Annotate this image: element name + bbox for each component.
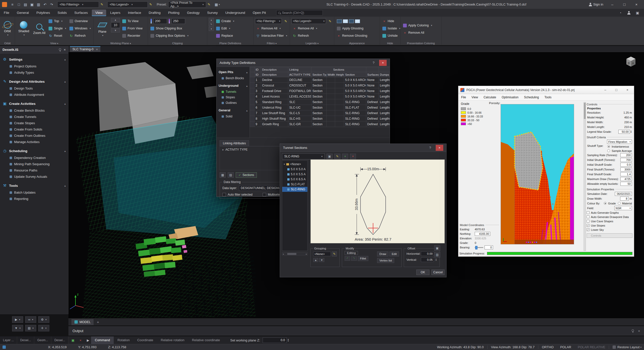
show-clipping-box-button[interactable]: Show Clipping Box bbox=[149, 25, 189, 32]
docked-panel-tab[interactable]: Layer ... bbox=[0, 336, 17, 344]
remove-all-filters-button[interactable]: ×Remove All▾ bbox=[255, 25, 288, 32]
single-view-button[interactable]: Single▾ bbox=[48, 25, 67, 32]
menu-item[interactable]: Geology bbox=[183, 10, 203, 16]
sidebar-item[interactable]: Mining Path Sequencing bbox=[0, 161, 68, 167]
minimize-button[interactable]: – bbox=[607, 0, 618, 9]
sidebar-item[interactable]: Manage Activities bbox=[0, 139, 68, 145]
pointer-icon[interactable]: ▶ bbox=[85, 337, 91, 343]
edit-filter-icon[interactable]: ✎ bbox=[283, 19, 288, 24]
close-output-icon[interactable]: × bbox=[638, 329, 640, 333]
remove-all-legends-button[interactable]: ×Remove All▾ bbox=[292, 25, 333, 32]
plane-def-edit-icon[interactable]: ✎ bbox=[209, 22, 214, 26]
undo-icon[interactable]: ↶ bbox=[42, 2, 48, 8]
pgca-menu-item[interactable]: Calculate bbox=[481, 94, 499, 100]
table-row[interactable]: 2CrosscutCROSSCUT Section 5.0 X 5.0 ARCH… bbox=[250, 83, 390, 88]
numeric-input[interactable]: 3000 bbox=[620, 167, 632, 171]
auto-filter-checkbox[interactable]: Auto filter selected bbox=[222, 193, 253, 196]
shutoff-type-radio[interactable]: Sample Average bbox=[607, 149, 632, 153]
plane-up-button[interactable]: ▲ bbox=[111, 18, 120, 22]
menu-item[interactable]: View bbox=[92, 10, 106, 16]
category-item[interactable]: Stopes bbox=[217, 95, 250, 100]
new-file-icon[interactable]: □ bbox=[16, 2, 22, 8]
ghost-style-icon[interactable] bbox=[355, 19, 360, 23]
numeric-input[interactable]: 200 bbox=[620, 153, 632, 157]
open-file-icon[interactable]: ▤ bbox=[22, 2, 29, 8]
cancel-button[interactable]: Cancel bbox=[431, 270, 445, 275]
shaded-button[interactable]: Shaded▾ bbox=[17, 18, 31, 39]
close-dialog-icon[interactable]: × bbox=[436, 145, 443, 151]
horizontal-offset-input[interactable]: 0.00 bbox=[421, 251, 434, 256]
table-row[interactable]: 7Low Shutoff RingSLC-LS Section SLC-RING… bbox=[250, 110, 390, 116]
ghost-style-icon[interactable] bbox=[337, 19, 342, 23]
menu-item[interactable]: Drafting bbox=[145, 10, 164, 16]
tree-item[interactable]: 5.0 X 6.5 A bbox=[282, 177, 307, 182]
interactive-filter-button[interactable]: ▽Interactive Filter▾ bbox=[255, 32, 288, 39]
linking-attributes-tab[interactable]: Linking Attributes bbox=[220, 140, 249, 146]
controls-button[interactable]: Controls bbox=[587, 233, 632, 238]
viewport-tab[interactable]: SLC Training-0 × bbox=[70, 46, 100, 52]
sign-in-button[interactable]: Sign in bbox=[593, 3, 603, 6]
vertical-offset-input[interactable]: 0.05 bbox=[421, 257, 434, 262]
add-view-button[interactable]: + bbox=[95, 319, 101, 325]
sidebar-item[interactable]: Design Tools bbox=[0, 85, 68, 92]
command-tab[interactable]: Command bbox=[91, 336, 114, 344]
maximize-button[interactable]: □ bbox=[619, 0, 630, 9]
clipping-box-options-button[interactable]: Clipping Box Options▾ bbox=[149, 32, 189, 39]
plane-down-button[interactable]: ▼ bbox=[111, 28, 120, 32]
edit-filter-icon[interactable]: ✎ bbox=[99, 2, 105, 8]
copy-section-icon[interactable]: ▣ bbox=[327, 154, 333, 159]
simulation-canvas[interactable] bbox=[501, 104, 574, 244]
menu-item[interactable]: Solids bbox=[54, 10, 70, 16]
edit-legend-icon[interactable]: ✎ bbox=[328, 19, 333, 24]
section-combo[interactable]: SLC-RING▾ bbox=[282, 153, 325, 159]
arc-tool-icon[interactable]: ◝ bbox=[351, 256, 357, 261]
pgca-menu-item[interactable]: View bbox=[469, 94, 481, 100]
table-row[interactable]: 6Undercut RingSLC-UC Section SLC-FLATDef… bbox=[250, 105, 390, 110]
sidebar-section-header[interactable]: ◷ Scheduling ▴ bbox=[0, 147, 68, 155]
minimize-button[interactable]: – bbox=[601, 87, 610, 93]
plane-def-down-icon[interactable]: ▾ bbox=[209, 27, 214, 31]
close-dialog-icon[interactable]: × bbox=[379, 60, 387, 66]
docked-panel-tab[interactable]: Deswi... bbox=[51, 336, 68, 344]
pgca-menu-item[interactable]: File bbox=[458, 94, 469, 100]
option-checkbox[interactable]: Use Stopes bbox=[587, 223, 632, 228]
section-preview-canvas[interactable]: 15.00m 33.66m Area: 350 Perim: 82.7 bbox=[310, 159, 445, 243]
menu-icon[interactable]: ≡ bbox=[9, 2, 16, 8]
tree-item[interactable]: 5.0 X 5.5 A bbox=[282, 172, 307, 177]
menu-item[interactable]: Polylines bbox=[33, 10, 54, 16]
pgca-menu-item[interactable]: Optimisation bbox=[499, 94, 521, 100]
z-spinner[interactable]: ▲▼ bbox=[287, 338, 289, 342]
run-command-icon[interactable]: ▣ bbox=[70, 337, 76, 343]
docked-panel-tab[interactable]: Deswi... bbox=[17, 336, 34, 344]
bearing-input[interactable]: 0 bbox=[485, 245, 493, 249]
tree-hscrollbar[interactable]: ◂ ▸ bbox=[282, 252, 308, 255]
sidebar-section-header[interactable]: ⚙ Settings ▴ bbox=[0, 56, 68, 63]
working-plane-z-input[interactable]: 0.0 bbox=[263, 337, 287, 343]
tree-root[interactable]: ▾ <None> bbox=[282, 162, 307, 167]
grid-settings-icon[interactable]: ▦▾ bbox=[214, 2, 221, 8]
legend-combo[interactable]: <No Legend>▾ bbox=[292, 18, 326, 24]
numeric-input[interactable]: 50 bbox=[620, 182, 632, 186]
remove-all-coloring-button[interactable]: ×Remove All bbox=[402, 29, 433, 36]
colour-by-radio[interactable]: Material bbox=[618, 201, 632, 205]
plane-button[interactable]: Plane▾ bbox=[95, 18, 110, 39]
numeric-input[interactable]: 1.4 bbox=[620, 172, 632, 176]
restore-layout-button[interactable]: Restore Layout bbox=[617, 345, 639, 349]
draw-button[interactable]: Draw bbox=[377, 251, 388, 256]
mode-toggle[interactable]: ORTHO bbox=[542, 345, 554, 349]
remove-ghosting-button[interactable]: ×Remove Ghosting bbox=[336, 32, 378, 39]
to-view-button[interactable]: To View bbox=[121, 18, 144, 24]
sidebar-item[interactable]: Update Survey Actuals bbox=[0, 173, 68, 180]
command-tab[interactable]: Rotation bbox=[114, 336, 133, 344]
sidebar-section-header[interactable]: ▣ Create Activities ▴ bbox=[0, 100, 68, 107]
northing-input[interactable]: 4165.00 bbox=[475, 232, 490, 236]
isolate-button[interactable]: Isolate▾ bbox=[381, 25, 401, 32]
edit-section-icon[interactable]: ✎ bbox=[334, 154, 340, 159]
account-icon[interactable] bbox=[626, 10, 632, 16]
plane-def-up-icon[interactable]: ▴ bbox=[209, 18, 214, 22]
help-icon[interactable]: ◔ bbox=[617, 10, 623, 16]
model-tab[interactable]: MODEL bbox=[71, 319, 94, 325]
category-item[interactable]: Bench Blocks bbox=[217, 75, 250, 81]
simulation-date-input[interactable]: 06/02/2021 bbox=[615, 192, 632, 196]
unhide-button[interactable]: Unhide bbox=[381, 32, 401, 39]
